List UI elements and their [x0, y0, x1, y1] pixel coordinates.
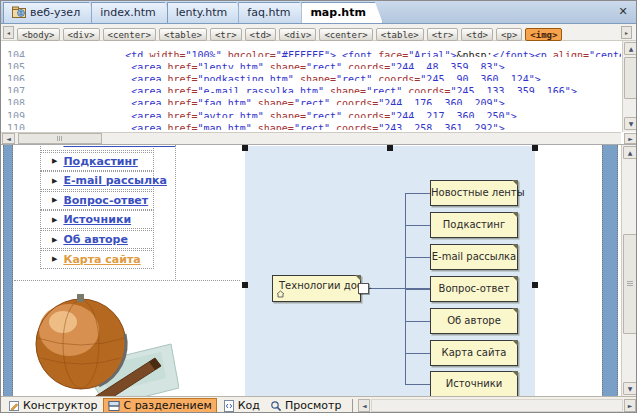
nav-link-5[interactable]: ▶Об авторе — [40, 230, 154, 249]
design-horizontal-scrollbar[interactable] — [371, 399, 623, 412]
nav-link-2[interactable]: ▶E-mail рассылка — [40, 171, 154, 190]
tag-button-img[interactable]: <img> — [525, 28, 562, 41]
nav-link-label: Вопрос-ответ — [63, 194, 148, 207]
scroll-down-icon[interactable]: ▼ — [624, 117, 637, 130]
table-cell-border — [175, 145, 176, 281]
connector-line — [405, 321, 430, 322]
file-tab-map.htm[interactable]: map.htm — [301, 2, 383, 23]
bullet-arrow-icon: ▶ — [52, 177, 57, 185]
tag-button-body[interactable]: <body> — [17, 28, 60, 41]
scroll-up-icon[interactable]: ▲ — [624, 42, 637, 55]
connector-line — [405, 193, 430, 194]
scroll-left-icon[interactable]: ◄ — [2, 133, 15, 144]
file-tab-website[interactable]: веб-узел — [3, 2, 97, 23]
sitemap-box[interactable]: Новостные ленты — [430, 180, 518, 206]
sitemap-box[interactable]: Вопрос-ответ — [430, 276, 518, 302]
nav-link-0[interactable]: ▶Новостные ленты — [40, 144, 154, 151]
code-view[interactable]: 104 <td width="100%" bgcolor="#FFFFFF"> … — [1, 41, 637, 144]
code-line: 107 <area href="e-mail_rassylka.htm" sha… — [1, 80, 621, 93]
view-tab-3[interactable]: Просмотр — [266, 398, 345, 413]
sitemap-image[interactable]: Новостные лентыПодкастингE-mail рассылка… — [245, 146, 535, 396]
selection-handle[interactable] — [532, 145, 538, 151]
scroll-left-icon[interactable]: ◄ — [358, 399, 370, 412]
nav-link-1[interactable]: ▶Подкастинг — [40, 152, 154, 171]
selection-handle[interactable] — [242, 282, 248, 288]
nav-link-label: Новостные ленты — [63, 144, 175, 148]
home-icon — [276, 289, 285, 300]
tag-button-div[interactable]: <div> — [63, 28, 100, 41]
scroll-right-icon[interactable]: ► — [624, 133, 637, 144]
tag-button-table[interactable]: <table> — [376, 28, 424, 41]
bullet-arrow-icon: ▶ — [52, 144, 57, 146]
view-tab-label: Конструктор — [23, 399, 97, 412]
sitemap-box[interactable]: E-mail рассылка — [430, 244, 518, 270]
design-vertical-scrollbar[interactable]: ▲ ▼ — [621, 145, 637, 396]
code-horizontal-scrollbar[interactable]: ◄ ► — [1, 132, 621, 144]
tag-button-td[interactable]: <td> — [245, 28, 277, 41]
code-hscroll-thumb[interactable] — [18, 133, 102, 144]
tag-button-center[interactable]: <center> — [319, 28, 372, 41]
tag-button-p[interactable]: <p> — [496, 28, 522, 41]
tag-button-table[interactable]: <table> — [159, 28, 207, 41]
sitemap-box-label: E-mail рассылка — [432, 251, 516, 262]
nav-link-label: E-mail рассылка — [63, 174, 167, 187]
sitemap-box-label: Карта сайта — [442, 347, 507, 358]
sitemap-box[interactable]: Карта сайта — [430, 340, 518, 366]
code-vscroll-thumb[interactable] — [624, 57, 637, 99]
connector-handle[interactable] — [358, 283, 369, 294]
connector-line — [405, 257, 430, 258]
view-tab-0[interactable]: Конструктор — [4, 398, 101, 413]
nav-link-label: Карта сайта — [63, 253, 140, 266]
view-tab-2[interactable]: Код — [219, 398, 264, 413]
view-tab-1[interactable]: С разделением — [103, 398, 216, 413]
sitemap-box[interactable]: Об авторе — [430, 308, 518, 334]
file-tab-bar: веб-узелindex.htmlenty.htmfaq.htmmap.htm… — [1, 1, 637, 24]
code-line: 105 <area href="lenty.htm" shape="rect" … — [1, 56, 621, 69]
scroll-down-icon[interactable]: ▼ — [623, 382, 637, 395]
close-icon[interactable]: ✕ — [616, 5, 630, 19]
tag-button-tr[interactable]: <tr> — [210, 28, 242, 41]
website-icon — [12, 6, 26, 21]
view-tab-list: КонструкторС разделениемКодПросмотр — [4, 398, 347, 413]
scroll-right-icon[interactable]: ► — [624, 399, 636, 412]
design-vscroll-thumb[interactable] — [623, 234, 637, 334]
tag-scroll-right-icon[interactable]: ▸ — [621, 26, 632, 39]
tag-scroll-left-icon[interactable]: ◂ — [3, 26, 14, 39]
tag-button-div[interactable]: <div> — [279, 28, 316, 41]
globe-image[interactable] — [29, 294, 179, 396]
frontpage-window: веб-узелindex.htmlenty.htmfaq.htmmap.htm… — [0, 0, 637, 413]
selection-handle[interactable] — [242, 145, 248, 151]
bullet-arrow-icon: ▶ — [52, 216, 57, 224]
code-vertical-scrollbar[interactable]: ▲ ▼ — [622, 41, 637, 132]
nav-link-label: Подкастинг — [63, 155, 138, 168]
file-tab-index.htm[interactable]: index.htm — [91, 2, 173, 23]
sitemap-box[interactable]: Подкастинг — [430, 212, 518, 238]
split-icon — [108, 400, 120, 412]
tag-button-td[interactable]: <td> — [461, 28, 493, 41]
file-tab-lenty.htm[interactable]: lenty.htm — [167, 2, 245, 23]
file-tab-label: map.htm — [310, 6, 366, 19]
bullet-arrow-icon: ▶ — [52, 236, 57, 244]
file-tab-label: веб-узел — [30, 6, 80, 19]
sitemap-box[interactable]: Источники — [430, 371, 518, 396]
table-cell-border — [14, 280, 240, 281]
view-tab-label: Код — [238, 399, 260, 412]
tag-button-tr[interactable]: <tr> — [427, 28, 459, 41]
sitemap-box-label: Новостные ленты — [431, 187, 525, 198]
scroll-up-icon[interactable]: ▲ — [623, 146, 637, 159]
bullet-arrow-icon: ▶ — [52, 157, 57, 165]
design-view[interactable]: ▶Новостные ленты▶Подкастинг▶E-mail рассы… — [1, 144, 637, 396]
nav-link-6[interactable]: ▶Карта сайта — [40, 250, 154, 269]
sitemap-box-label: Источники — [446, 378, 502, 389]
tag-button-list: <body><div><center><table><tr><td><div><… — [17, 23, 565, 42]
page-left-border — [3, 145, 13, 396]
file-tab-faq.htm[interactable]: faq.htm — [238, 2, 307, 23]
selection-handle[interactable] — [387, 145, 393, 151]
sitemap-box-label: Об авторе — [447, 315, 501, 326]
nav-link-3[interactable]: ▶Вопрос-ответ — [40, 191, 154, 210]
divider — [352, 399, 353, 412]
sitemap-root-box[interactable]: Технологии дос... — [272, 275, 361, 302]
tag-button-center[interactable]: <center> — [103, 28, 156, 41]
nav-link-4[interactable]: ▶Источники — [40, 210, 154, 229]
selection-handle[interactable] — [532, 282, 538, 288]
